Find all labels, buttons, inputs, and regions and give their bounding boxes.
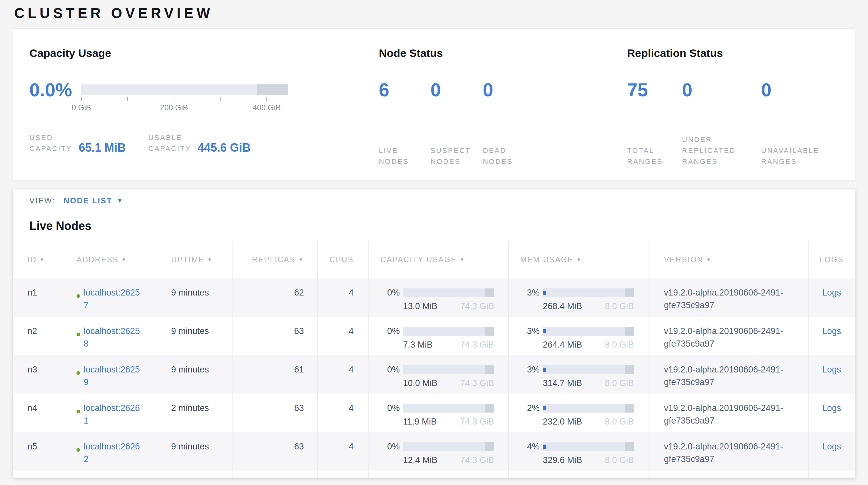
memory-usage-cell: 3%268.4 MiB8.0 GiB xyxy=(508,278,648,316)
capacity-gauge-dark-segment xyxy=(257,84,288,95)
node-status-stats: 6LIVE NODES0SUSPECT NODES0DEAD NODES xyxy=(379,60,627,167)
page-title: CLUSTER OVERVIEW xyxy=(14,5,213,21)
node-replicas-cell: 63 xyxy=(232,317,318,355)
live-nodes-title: Live Nodes xyxy=(13,212,855,241)
node-cpus-cell: 4 xyxy=(318,355,369,393)
node-address-wrap: localhost:26262 xyxy=(76,440,156,465)
empty-cell xyxy=(232,470,318,478)
column-header-id[interactable]: ID▼ xyxy=(13,241,64,278)
capacity-used-value: 12.4 MiB xyxy=(403,454,438,466)
memory-bar-dark-segment xyxy=(625,404,634,412)
column-header-capacity[interactable]: CAPACITY USAGE▼ xyxy=(369,241,508,278)
empty-cell xyxy=(156,470,232,478)
gauge-tick xyxy=(267,97,267,101)
memory-max-value: 8.0 GiB xyxy=(605,416,634,428)
capacity-stat: USEDCAPACITY65.1 MiB xyxy=(29,132,126,154)
capacity-bar-line: 0% xyxy=(380,402,508,415)
node-cpus-cell: 4 xyxy=(318,278,369,316)
replication-status-stat: 0UNAVAILABLE RANGES xyxy=(761,60,839,167)
node-cpus-cell: 4 xyxy=(318,432,369,470)
capacity-used-value: 11.9 MiB xyxy=(403,416,437,428)
node-logs-cell: Logs xyxy=(809,355,855,393)
capacity-stat-label-line: CAPACITY xyxy=(148,143,191,154)
table-row: n2localhost:262589 minutes6340%7.3 MiB74… xyxy=(13,316,855,355)
node-version-cell: v19.2.0-alpha.20190606-2491-gfe735c9a97 xyxy=(648,278,809,316)
logs-link[interactable]: Logs xyxy=(822,403,841,413)
gauge-tick xyxy=(220,97,221,101)
memory-usage-percent: 4% xyxy=(520,440,539,453)
memory-usage-cell: 3%264.4 MiB8.0 GiB xyxy=(508,317,648,355)
logs-link[interactable]: Logs xyxy=(822,442,841,451)
column-header-version[interactable]: VERSION▼ xyxy=(648,241,809,278)
sort-desc-icon: ▼ xyxy=(121,257,127,262)
node-address-link[interactable]: localhost:26262 xyxy=(84,440,143,465)
memory-usage-bar xyxy=(543,404,634,412)
capacity-max-value: 74.3 GiB xyxy=(460,416,494,428)
node-live-status xyxy=(76,440,84,456)
sort-desc-icon: ▼ xyxy=(39,257,45,262)
logs-link[interactable]: Logs xyxy=(822,365,841,374)
column-header-label: CPUS xyxy=(330,255,353,264)
view-bar: VIEW: NODE LIST ▼ xyxy=(13,190,855,212)
table-row: n5localhost:262629 minutes6340%12.4 MiB7… xyxy=(13,432,855,470)
empty-cell xyxy=(13,470,64,478)
column-header-uptime[interactable]: UPTIME▼ xyxy=(156,241,232,278)
capacity-usage-values: 7.3 MiB74.3 GiB xyxy=(403,339,494,351)
gauge-tick-label: 400 GiB xyxy=(253,103,281,112)
memory-bar-used-fill xyxy=(543,368,546,372)
column-header-memory[interactable]: MEM USAGE▼ xyxy=(508,241,648,278)
node-version-text: v19.2.0-alpha.20190606-2491-gfe735c9a97 xyxy=(664,325,796,350)
replication-status-stat-label: TOTAL RANGES xyxy=(627,129,672,167)
capacity-bar-dark-segment xyxy=(485,327,494,336)
view-selector-dropdown[interactable]: NODE LIST ▼ xyxy=(64,196,123,205)
capacity-usage-cell: 0%12.4 MiB74.3 GiB xyxy=(369,432,508,470)
cluster-summary-card: Capacity Usage 0.0% 0 GiB 200 GiB 400 Gi… xyxy=(13,28,855,180)
node-address-link[interactable]: localhost:26261 xyxy=(84,402,143,427)
memory-usage-bar xyxy=(543,327,634,336)
memory-usage-values: 264.4 MiB8.0 GiB xyxy=(543,339,634,351)
node-replicas-cell: 61 xyxy=(232,355,318,393)
node-address-link[interactable]: localhost:26259 xyxy=(84,364,143,389)
node-status-stat: 6LIVE NODES xyxy=(379,60,430,167)
memory-usage-percent: 2% xyxy=(520,402,539,415)
capacity-usage-percent: 0% xyxy=(380,325,400,338)
memory-bar-dark-segment xyxy=(625,327,634,336)
memory-bar-used-fill xyxy=(543,291,546,295)
replication-status-stat-value: 0 xyxy=(682,81,761,110)
capacity-usage-cell: 0%10.0 MiB74.3 GiB xyxy=(369,355,508,393)
replication-status-stat-label: UNDER-REPLICATED RANGES xyxy=(682,129,747,167)
capacity-stat-value: 65.1 MiB xyxy=(79,141,126,154)
logs-link[interactable]: Logs xyxy=(822,326,841,336)
memory-max-value: 8.0 GiB xyxy=(605,454,634,466)
chevron-down-icon: ▼ xyxy=(117,197,123,204)
capacity-usage-bar xyxy=(403,442,494,451)
capacity-stat-label: USABLECAPACITY xyxy=(148,132,191,154)
memory-bar-line: 3% xyxy=(520,364,648,376)
live-node-dot-icon xyxy=(76,410,80,413)
live-node-dot-icon xyxy=(76,333,80,336)
column-header-replicas[interactable]: REPLICAS▼ xyxy=(232,241,318,278)
replication-status-stat-label: UNAVAILABLE RANGES xyxy=(761,129,839,167)
memory-usage-values: 314.7 MiB8.0 GiB xyxy=(543,377,634,390)
memory-usage-percent: 3% xyxy=(520,364,539,376)
capacity-usage-percent: 0% xyxy=(380,440,400,453)
capacity-max-value: 74.3 GiB xyxy=(460,339,494,351)
memory-bar-dark-segment xyxy=(625,442,634,451)
node-address-link[interactable]: localhost:26257 xyxy=(84,286,143,312)
node-logs-cell: Logs xyxy=(809,432,855,470)
memory-used-value: 314.7 MiB xyxy=(543,377,582,390)
node-status-stat-value: 0 xyxy=(430,81,483,110)
capacity-stat-label-line: USABLE xyxy=(148,132,191,143)
column-header-address[interactable]: ADDRESS▼ xyxy=(64,241,156,278)
capacity-stats: USEDCAPACITY65.1 MiBUSABLECAPACITY445.6 … xyxy=(29,132,379,154)
node-address-cell: localhost:26262 xyxy=(64,432,156,470)
memory-max-value: 8.0 GiB xyxy=(605,300,634,313)
logs-link[interactable]: Logs xyxy=(822,288,841,297)
node-id-cell: n4 xyxy=(13,394,64,432)
node-address-link[interactable]: localhost:26258 xyxy=(84,325,143,350)
node-live-status xyxy=(76,286,84,302)
node-version-text: v19.2.0-alpha.20190606-2491-gfe735c9a97 xyxy=(664,364,796,389)
capacity-usage-cell: 0%7.3 MiB74.3 GiB xyxy=(369,317,508,355)
node-version-text: v19.2.0-alpha.20190606-2491-gfe735c9a97 xyxy=(664,402,796,427)
capacity-gauge-bar xyxy=(81,84,288,95)
